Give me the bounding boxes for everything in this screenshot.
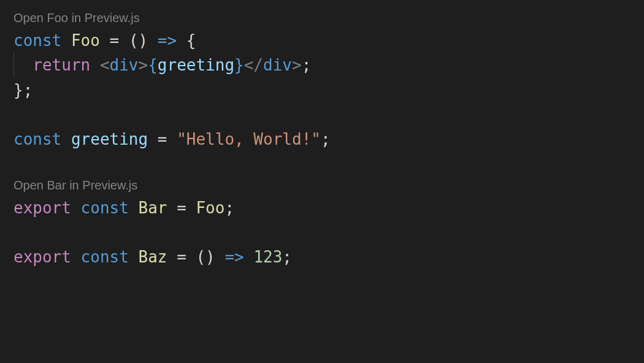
code-line[interactable]: export const Baz = () => 123; — [13, 245, 631, 269]
paren-open: ( — [129, 31, 139, 50]
paren-close: ) — [205, 248, 215, 266]
number-literal: 123 — [253, 248, 282, 266]
semicolon: ; — [282, 248, 292, 266]
space — [61, 130, 71, 148]
tag-close: > — [139, 56, 148, 74]
brace-close: } — [13, 81, 23, 99]
paren-open: ( — [196, 248, 205, 266]
keyword-return: return — [33, 56, 90, 74]
component-bar: Bar — [139, 199, 167, 217]
space — [148, 31, 158, 50]
keyword-export: export — [13, 199, 71, 217]
space — [129, 199, 139, 217]
equals: = — [110, 31, 120, 50]
space — [186, 199, 196, 217]
keyword-const: const — [81, 199, 129, 217]
space — [119, 31, 129, 50]
arrow: => — [158, 31, 177, 50]
blank-line[interactable] — [13, 151, 631, 176]
jsx-brace-open: { — [148, 56, 158, 74]
semicolon: ; — [321, 130, 331, 148]
space — [244, 248, 254, 266]
paren-close: ) — [139, 31, 148, 50]
space — [90, 56, 100, 74]
space — [129, 248, 139, 266]
variable-greeting: greeting — [71, 130, 148, 148]
space — [167, 248, 177, 266]
code-line[interactable]: return <div>{greeting}</div>; — [13, 53, 631, 77]
space — [71, 248, 81, 266]
tag-open: < — [100, 56, 110, 74]
string-literal: "Hello, World!" — [177, 130, 321, 148]
space — [186, 248, 196, 266]
code-line[interactable]: const Foo = () => { — [13, 28, 631, 53]
indent — [13, 56, 33, 74]
semicolon: ; — [23, 81, 33, 99]
identifier-greeting: greeting — [158, 56, 234, 74]
equals: = — [177, 248, 186, 266]
space — [167, 199, 177, 217]
equals: = — [177, 199, 186, 217]
tag-open-slash: </ — [244, 56, 263, 74]
space — [167, 130, 177, 148]
tag-close: > — [292, 56, 302, 74]
brace-open: { — [186, 31, 196, 50]
blank-line[interactable] — [13, 102, 631, 127]
space — [100, 31, 110, 50]
blank-line[interactable] — [13, 220, 631, 245]
jsx-brace-close: } — [234, 56, 244, 74]
identifier-foo: Foo — [196, 199, 224, 217]
keyword-const: const — [81, 248, 129, 266]
code-line[interactable]: }; — [13, 78, 631, 102]
tag-div: div — [110, 56, 139, 74]
codelens-open-bar[interactable]: Open Bar in Preview.js — [13, 176, 631, 194]
component-baz: Baz — [139, 248, 167, 266]
semicolon: ; — [224, 199, 234, 217]
tag-div: div — [263, 56, 292, 74]
space — [215, 248, 225, 266]
space — [177, 31, 186, 50]
space — [71, 199, 81, 217]
arrow: => — [224, 248, 243, 266]
component-foo: Foo — [71, 31, 100, 50]
code-line[interactable]: export const Bar = Foo; — [13, 196, 631, 220]
keyword-const: const — [13, 31, 61, 50]
space — [148, 130, 158, 148]
semicolon: ; — [302, 56, 312, 74]
space — [61, 31, 71, 50]
codelens-open-foo[interactable]: Open Foo in Preview.js — [13, 9, 631, 27]
keyword-export: export — [13, 248, 71, 266]
code-line[interactable]: const greeting = "Hello, World!"; — [13, 127, 631, 151]
keyword-const: const — [13, 130, 61, 148]
equals: = — [158, 130, 167, 148]
